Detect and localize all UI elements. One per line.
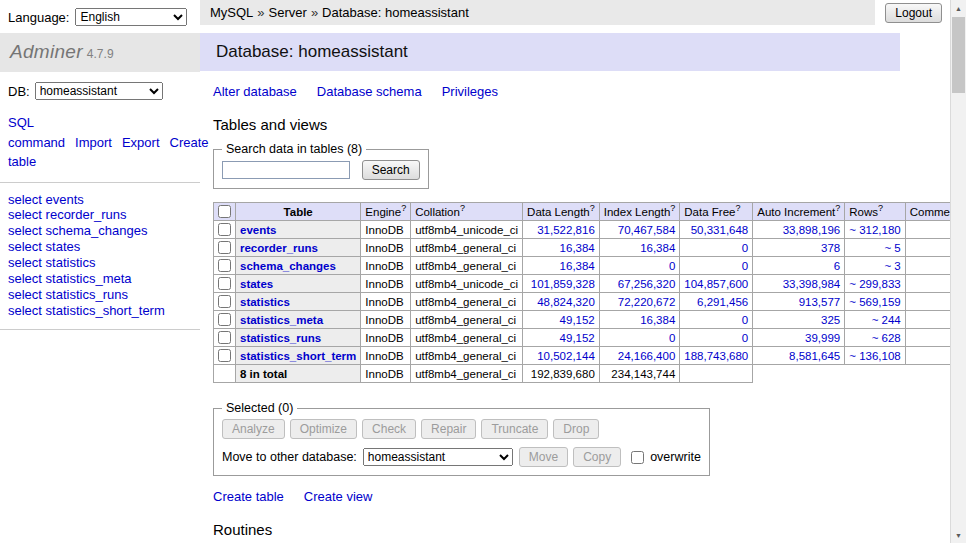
help-link[interactable]: ? — [401, 203, 406, 213]
help-link[interactable]: ? — [835, 203, 840, 213]
cell-index_length: 70,467,584 — [599, 221, 680, 239]
check-button[interactable]: Check — [362, 419, 416, 439]
cell-data_length: 31,522,816 — [523, 221, 600, 239]
truncate-button[interactable]: Truncate — [481, 419, 548, 439]
cell-data_free: 0 — [680, 257, 753, 275]
table-header-row: TableEngine?Collation?Data Length?Index … — [214, 203, 966, 221]
sidebar-link-select-statistics-short-term[interactable]: select statistics_short_term — [8, 303, 165, 318]
cell-index_length: 67,256,320 — [599, 275, 680, 293]
breadcrumb-server-link[interactable]: Server — [269, 5, 307, 20]
help-link[interactable]: ? — [878, 203, 883, 213]
sidebar-link-select-statistics-meta[interactable]: select statistics_meta — [8, 271, 132, 286]
cell-auto_increment: 33,898,196 — [753, 221, 845, 239]
sidebar-link-select-recorder-runs[interactable]: select recorder_runs — [8, 207, 127, 222]
adminer-logo[interactable]: Adminer — [10, 41, 83, 62]
help-link[interactable]: ? — [460, 203, 465, 213]
select-all-checkbox[interactable] — [218, 205, 231, 218]
copy-button[interactable]: Copy — [573, 447, 621, 467]
table-name-link[interactable]: schema_changes — [240, 260, 336, 272]
table-name-link[interactable]: events — [240, 224, 276, 236]
search-legend: Search data in tables (8) — [222, 142, 366, 156]
row-checkbox[interactable] — [218, 277, 231, 290]
table-row: statesInnoDButf8mb4_unicode_ci101,859,32… — [214, 275, 966, 293]
row-checkbox[interactable] — [218, 241, 231, 254]
sidebar-table-item: select statistics_short_term — [8, 303, 192, 319]
help-link[interactable]: ? — [670, 203, 675, 213]
db-select[interactable]: homeassistant — [35, 82, 163, 100]
cell-rows: ~ 3 — [845, 257, 905, 275]
drop-button[interactable]: Drop — [553, 419, 599, 439]
total-empty-cell — [680, 365, 753, 383]
breadcrumb-mysql-link[interactable]: MySQL — [210, 5, 253, 20]
cell-auto_increment: 39,999 — [753, 329, 845, 347]
sidebar-link-select-schema-changes[interactable]: select schema_changes — [8, 223, 147, 238]
table-row: statistics_runsInnoDButf8mb4_general_ci4… — [214, 329, 966, 347]
breadcrumb-separator: » — [257, 5, 264, 20]
repair-button[interactable]: Repair — [421, 419, 476, 439]
cell-collation: utf8mb4_general_ci — [411, 293, 523, 311]
cell-engine: InnoDB — [361, 275, 411, 293]
column-header-engine: Engine? — [361, 203, 411, 221]
move-button[interactable]: Move — [519, 447, 568, 467]
sidebar-link-select-statistics-runs[interactable]: select statistics_runs — [8, 287, 128, 302]
table-name-link[interactable]: statistics_short_term — [240, 350, 356, 362]
vertical-scrollbar[interactable]: ▲ ▼ — [950, 0, 966, 543]
table-name-link[interactable]: states — [240, 278, 273, 290]
move-db-select[interactable]: homeassistant — [363, 448, 513, 466]
cell-engine: InnoDB — [361, 221, 411, 239]
cell-data_free: 0 — [680, 311, 753, 329]
db-link-database-schema[interactable]: Database schema — [317, 84, 422, 99]
cell-auto_increment: 6 — [753, 257, 845, 275]
bulk-action-buttons: AnalyzeOptimizeCheckRepairTruncateDrop — [222, 419, 701, 439]
search-button[interactable]: Search — [362, 160, 420, 180]
sidebar-table-item: select statistics_meta — [8, 271, 192, 287]
page-title: Database: homeassistant — [200, 33, 900, 71]
cell-index_length: 72,220,672 — [599, 293, 680, 311]
cell-data_free: 188,743,680 — [680, 347, 753, 365]
sidebar-action-import[interactable]: Import — [75, 135, 112, 150]
overwrite-checkbox[interactable] — [631, 451, 644, 464]
sidebar-link-select-events[interactable]: select events — [8, 192, 84, 207]
logout-button[interactable]: Logout — [885, 3, 942, 23]
cell-data_length: 10,502,144 — [523, 347, 600, 365]
sidebar-action-sql-command[interactable]: SQL command — [8, 115, 65, 150]
row-checkbox[interactable] — [218, 349, 231, 362]
create-table-link[interactable]: Create table — [213, 489, 284, 504]
sidebar-link-select-statistics[interactable]: select statistics — [8, 255, 95, 270]
row-checkbox[interactable] — [218, 295, 231, 308]
column-header-index-length: Index Length? — [599, 203, 680, 221]
sidebar-table-item: select recorder_runs — [8, 207, 192, 223]
row-checkbox[interactable] — [218, 313, 231, 326]
optimize-button[interactable]: Optimize — [290, 419, 357, 439]
table-name-link[interactable]: statistics — [240, 296, 290, 308]
analyze-button[interactable]: Analyze — [222, 419, 285, 439]
cell-collation: utf8mb4_unicode_ci — [411, 221, 523, 239]
total-engine: InnoDB — [361, 365, 411, 383]
scrollbar-thumb[interactable] — [952, 17, 965, 93]
overwrite-label: overwrite — [627, 448, 701, 467]
help-link[interactable]: ? — [735, 203, 740, 213]
database-action-links: Alter databaseDatabase schemaPrivileges — [213, 84, 950, 99]
db-link-alter-database[interactable]: Alter database — [213, 84, 297, 99]
table-name-link[interactable]: recorder_runs — [240, 242, 318, 254]
table-name-link[interactable]: statistics_meta — [240, 314, 323, 326]
sidebar-tables-list: select eventsselect recorder_runsselect … — [0, 183, 200, 331]
language-select[interactable]: English — [75, 8, 187, 26]
help-link[interactable]: ? — [590, 203, 595, 213]
create-view-link[interactable]: Create view — [304, 489, 373, 504]
table-name-link[interactable]: statistics_runs — [240, 332, 321, 344]
scroll-up-icon[interactable]: ▲ — [951, 0, 966, 16]
db-label: DB: — [8, 84, 30, 99]
sidebar-action-export[interactable]: Export — [122, 135, 160, 150]
db-link-privileges[interactable]: Privileges — [442, 84, 498, 99]
row-checkbox[interactable] — [218, 331, 231, 344]
search-input[interactable] — [222, 161, 350, 179]
sidebar-link-select-states[interactable]: select states — [8, 239, 80, 254]
cell-auto_increment: 33,398,984 — [753, 275, 845, 293]
row-checkbox[interactable] — [218, 259, 231, 272]
adminer-page: Language: English Adminer4.7.9 DB: homea… — [0, 0, 966, 543]
cell-index_length: 0 — [599, 329, 680, 347]
cell-rows: ~ 136,108 — [845, 347, 905, 365]
scroll-down-icon[interactable]: ▼ — [951, 527, 966, 543]
row-checkbox[interactable] — [218, 223, 231, 236]
